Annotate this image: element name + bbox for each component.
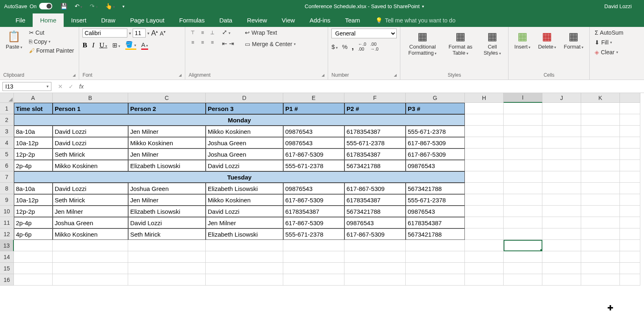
align-middle-icon[interactable]: ≡ — [198, 29, 207, 37]
cell[interactable]: Jen Milner — [206, 217, 283, 228]
cell[interactable] — [283, 263, 344, 274]
row-head[interactable]: 14 — [0, 251, 14, 263]
cell[interactable] — [344, 263, 406, 274]
user-name[interactable]: David Lozzi — [604, 3, 640, 9]
cell[interactable] — [581, 194, 620, 206]
save-icon[interactable]: 💾 — [60, 3, 67, 9]
cell[interactable]: Mikko Koskinen — [53, 228, 128, 240]
cell[interactable]: 617-867-5309 — [344, 228, 406, 240]
select-all-corner[interactable] — [0, 93, 14, 103]
cell[interactable] — [128, 240, 206, 251]
cell[interactable] — [465, 217, 504, 228]
copy-button[interactable]: ⎘Copy — [27, 38, 76, 46]
cell[interactable] — [542, 194, 581, 206]
cell[interactable] — [128, 263, 206, 274]
cell[interactable] — [581, 228, 620, 240]
fill-color-button[interactable]: 🪣 — [125, 41, 136, 50]
row-head[interactable]: 9 — [0, 194, 14, 206]
cell[interactable] — [406, 251, 465, 263]
row-head[interactable]: 16 — [0, 274, 14, 286]
cell[interactable]: David Lozzi — [206, 160, 283, 171]
align-top-icon[interactable]: ⊤ — [189, 29, 197, 37]
cell[interactable]: 617-867-5309 — [406, 137, 465, 148]
grow-font-icon[interactable]: A▴ — [151, 29, 158, 38]
cell[interactable] — [465, 148, 504, 160]
cell[interactable] — [542, 274, 581, 286]
cell[interactable] — [504, 217, 542, 228]
col-head-l[interactable] — [620, 93, 640, 103]
cell[interactable] — [581, 183, 620, 194]
row-head[interactable]: 8 — [0, 183, 14, 194]
cell[interactable]: 555-671-2378 — [406, 126, 465, 137]
cell[interactable] — [14, 274, 53, 286]
cell[interactable]: David Lozzi — [53, 137, 128, 148]
row-head[interactable]: 6 — [0, 160, 14, 171]
cell[interactable]: 555-671-2378 — [344, 137, 406, 148]
row-head[interactable]: 1 — [0, 103, 14, 114]
format-cells-button[interactable]: ▦Format — [561, 29, 586, 51]
cell[interactable]: 4p-6p — [14, 228, 53, 240]
cell[interactable] — [542, 251, 581, 263]
cell[interactable]: 555-671-2378 — [283, 228, 344, 240]
cell[interactable] — [344, 274, 406, 286]
cell[interactable]: P3 # — [406, 103, 465, 114]
cell[interactable]: Seth Mirick — [53, 148, 128, 160]
cell[interactable] — [581, 171, 620, 183]
col-head-j[interactable]: J — [542, 93, 581, 103]
cell[interactable] — [465, 228, 504, 240]
cell[interactable] — [542, 137, 581, 148]
italic-button[interactable]: I — [92, 41, 95, 49]
cell[interactable] — [542, 217, 581, 228]
row-head[interactable]: 11 — [0, 217, 14, 228]
cell[interactable]: 12p-2p — [14, 206, 53, 217]
font-color-button[interactable]: A — [141, 41, 149, 50]
percent-icon[interactable]: % — [342, 43, 347, 50]
tab-data[interactable]: Data — [212, 13, 240, 27]
cell[interactable] — [344, 251, 406, 263]
cancel-icon[interactable]: ✕ — [58, 83, 63, 90]
cell[interactable] — [465, 160, 504, 171]
cell[interactable]: 617-867-5309 — [406, 148, 465, 160]
cell[interactable]: Person 3 — [206, 103, 283, 114]
cell[interactable] — [465, 183, 504, 194]
cell[interactable]: 09876543 — [283, 126, 344, 137]
insert-cells-button[interactable]: ▦Insert — [512, 29, 533, 51]
col-head-f[interactable]: F — [344, 93, 406, 103]
fx-icon[interactable]: fx — [79, 83, 84, 90]
cell[interactable] — [620, 137, 640, 148]
cell[interactable] — [581, 274, 620, 286]
cell[interactable] — [620, 126, 640, 137]
launcher-icon[interactable]: ◢ — [73, 73, 76, 77]
launcher-icon[interactable]: ◢ — [394, 73, 397, 77]
cell[interactable] — [465, 251, 504, 263]
cell[interactable] — [406, 274, 465, 286]
cell[interactable] — [465, 194, 504, 206]
day-header[interactable]: Monday — [14, 114, 465, 126]
cell[interactable] — [465, 114, 504, 126]
cell[interactable]: P2 # — [344, 103, 406, 114]
cell[interactable]: 6178354387 — [344, 194, 406, 206]
cell[interactable] — [504, 160, 542, 171]
col-head-e[interactable]: E — [283, 93, 344, 103]
border-button[interactable]: ⊞ — [112, 42, 121, 49]
touch-mode-icon[interactable]: 👆 — [105, 3, 115, 9]
cell[interactable]: Elizabeth Lisowski — [128, 160, 206, 171]
cell[interactable]: Time slot — [14, 103, 53, 114]
cell[interactable] — [465, 206, 504, 217]
cell[interactable]: P1 # — [283, 103, 344, 114]
undo-icon[interactable]: ↶ — [75, 3, 83, 9]
cell[interactable]: 555-671-2378 — [406, 194, 465, 206]
cell[interactable] — [504, 137, 542, 148]
cell[interactable]: Joshua Green — [53, 217, 128, 228]
cell[interactable]: Mikko Koskinen — [206, 126, 283, 137]
col-head-h[interactable]: H — [465, 93, 504, 103]
cell[interactable]: 2p-4p — [14, 160, 53, 171]
delete-cells-button[interactable]: ▦Delete — [535, 29, 559, 51]
cell[interactable]: Joshua Green — [128, 183, 206, 194]
cell[interactable] — [504, 240, 542, 251]
cell[interactable] — [504, 206, 542, 217]
cell[interactable]: 09876543 — [406, 206, 465, 217]
cell-styles-button[interactable]: ▦Cell Styles — [480, 29, 505, 58]
cell[interactable] — [206, 251, 283, 263]
cell[interactable] — [542, 263, 581, 274]
